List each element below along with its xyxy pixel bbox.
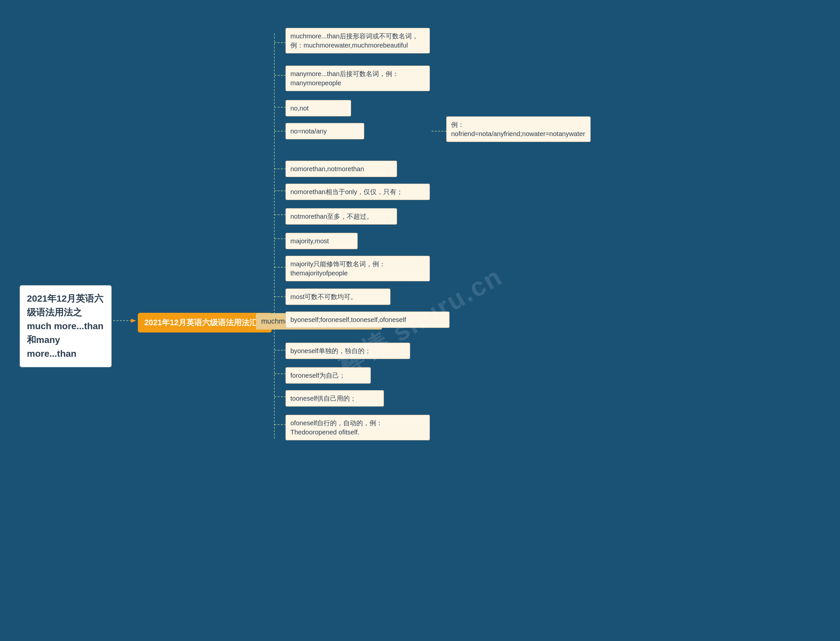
leaf-10: most可数不可数均可。 [286,288,391,305]
leaf-4-text: no=nota/any [291,127,327,135]
leaf-7: notmorethan至多，不超过。 [286,208,397,225]
leaf-9: majority只能修饰可数名词，例：themajorityofpeople [286,256,430,281]
leaf-2: manymore...than后接可数名词，例：manymorepeople [286,66,430,91]
leaf-5-text: nomorethan,notmorethan [291,165,364,172]
root-node: 2021年12月英语六级语法用法之much more...than和many m… [20,285,111,367]
leaf-10-text: most可数不可数均可。 [291,293,357,300]
leaf-13-text: foroneself为自己； [291,372,346,379]
leaf-8-text: majority,most [291,237,329,245]
leaf-14: tooneself供自己用的； [286,390,384,407]
root-label: 2021年12月英语六级语法用法之much more...than和many m… [27,293,103,359]
leaf-1-text: muchmore...than后接形容词或不可数名词，例：muchmorewat… [291,32,418,49]
leaf-8: majority,most [286,233,358,249]
mindmap-container: 棒棒 shuru.cn [0,0,840,641]
leaf-14-text: tooneself供自己用的； [291,395,356,402]
leaf-4: no=nota/any [286,123,364,139]
leaf-7-text: notmorethan至多，不超过。 [291,213,373,220]
center-node: 2021年12月英语六级语法用法汇总 [138,313,272,332]
leaf-6: nomorethan相当于only，仅仅，只有； [286,184,430,200]
leaf-6-text: nomorethan相当于only，仅仅，只有； [291,188,403,195]
leaf-1: muchmore...than后接形容词或不可数名词，例：muchmorewat… [286,28,430,53]
leaf-15: ofoneself自行的，自动的，例：Thedooropened ofitsel… [286,415,430,440]
leaf-2-text: manymore...than后接可数名词，例：manymorepeople [291,70,399,87]
leaf-4-sub: 例：nofriend=nota/anyfriend;nowater=notany… [446,116,591,142]
leaf-11: byoneself;foroneself,tooneself,ofoneself [286,311,449,328]
leaf-12: byoneself单独的，独自的； [286,343,410,359]
leaf-3: no,not [286,100,351,116]
leaf-11-text: byoneself;foroneself,tooneself,ofoneself [291,316,406,323]
leaf-4-sub-text: 例：nofriend=nota/anyfriend;nowater=notany… [451,121,585,137]
leaf-13: foroneself为自己； [286,367,371,383]
leaf-3-text: no,not [291,105,309,112]
center-label: 2021年12月英语六级语法用法汇总 [144,318,265,327]
leaf-15-text: ofoneself自行的，自动的，例：Thedooropened ofitsel… [291,419,383,436]
leaf-5: nomorethan,notmorethan [286,161,397,177]
leaf-12-text: byoneself单独的，独自的； [291,347,371,354]
leaf-9-text: majority只能修饰可数名词，例：themajorityofpeople [291,260,386,277]
